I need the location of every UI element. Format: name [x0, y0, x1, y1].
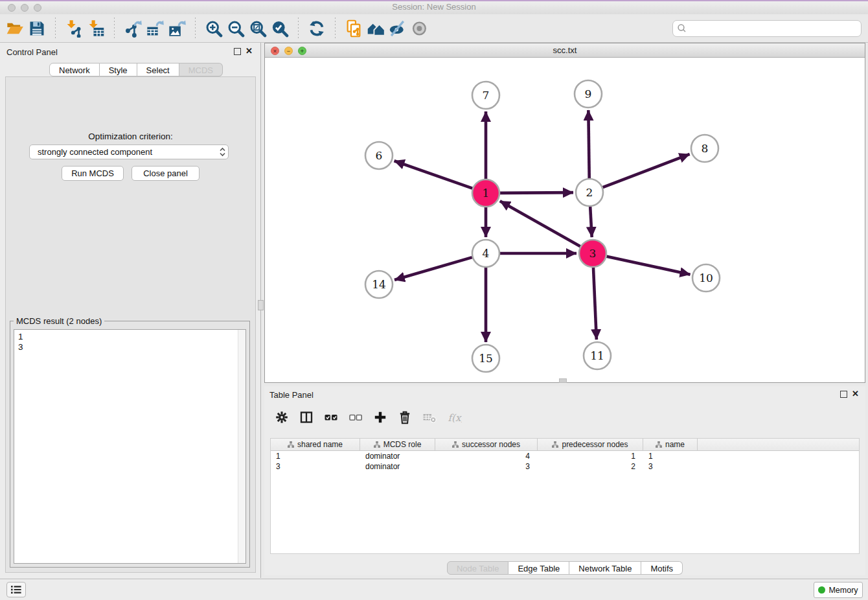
table-cell[interactable]: 3	[643, 461, 698, 472]
control-panel-title: Control Panel	[6, 47, 58, 57]
close-table-panel-icon[interactable]: ✕	[852, 389, 859, 399]
edge-4-14[interactable]	[394, 257, 472, 280]
node-2-label: 2	[586, 186, 593, 199]
table-header-row: shared nameMCDS rolesuccessor nodesprede…	[271, 439, 859, 451]
network-splitter-handle[interactable]	[559, 378, 567, 383]
close-panel-button[interactable]: Close panel	[131, 166, 200, 181]
hide-selected-icon[interactable]	[387, 17, 409, 40]
float-table-panel-icon[interactable]	[840, 391, 847, 398]
tab-network[interactable]: Network	[49, 63, 100, 76]
network-graph[interactable]: 1234678910111415	[265, 58, 865, 382]
tab-select[interactable]: Select	[137, 63, 179, 76]
refresh-network-icon[interactable]	[306, 17, 328, 40]
edge-2-8[interactable]	[603, 154, 690, 187]
toolbar-separator	[335, 17, 336, 40]
application-window: Session: New Session Control Panel ✕ Net…	[0, 0, 868, 600]
edge-3-1[interactable]	[500, 201, 580, 246]
mcds-panel: Optimization criterion: strongly connect…	[5, 76, 256, 573]
memory-button[interactable]: Memory	[814, 582, 863, 598]
table-cell[interactable]: 1	[643, 451, 698, 461]
save-session-icon[interactable]	[26, 17, 48, 40]
run-mcds-button[interactable]: Run MCDS	[62, 166, 124, 181]
edge-3-11[interactable]	[593, 268, 597, 340]
import-network-icon[interactable]	[63, 17, 85, 40]
export-network-icon[interactable]	[122, 17, 144, 40]
network-home-icon[interactable]	[365, 17, 387, 40]
close-panel-icon[interactable]: ✕	[246, 46, 253, 56]
search-input[interactable]	[687, 23, 861, 34]
tab-edge-table[interactable]: Edge Table	[508, 561, 569, 575]
column-type-icon	[452, 441, 459, 448]
zoom-in-icon[interactable]	[203, 17, 225, 40]
node-table: shared nameMCDS rolesuccessor nodesprede…	[270, 438, 860, 554]
mcds-result-area[interactable]: 1 3	[14, 329, 246, 564]
table-row[interactable]: 3dominator323	[271, 461, 859, 472]
edge-3-10[interactable]	[606, 257, 690, 275]
criterion-value: strongly connected component	[30, 147, 216, 157]
tab-style[interactable]: Style	[100, 63, 137, 76]
table-cell[interactable]: dominator	[360, 451, 435, 461]
svg-text:f(x): f(x)	[448, 412, 463, 424]
open-session-icon[interactable]	[4, 17, 26, 40]
edge-1-2[interactable]	[500, 192, 573, 193]
toolbar-separator	[55, 17, 56, 40]
float-panel-icon[interactable]	[234, 48, 241, 55]
control-panel-tabs: NetworkStyleSelectMCDS	[49, 63, 223, 76]
table-cell[interactable]: dominator	[360, 461, 435, 472]
edge-1-6[interactable]	[394, 161, 473, 188]
search-icon	[677, 23, 687, 34]
table-cell[interactable]: 1	[538, 451, 643, 461]
export-image-icon[interactable]	[166, 17, 188, 40]
mcds-result-group: MCDS result (2 nodes) 1 3	[10, 321, 250, 568]
column-header-predecessor-nodes[interactable]: predecessor nodes	[538, 439, 643, 450]
column-layout-icon[interactable]	[297, 408, 316, 427]
optimization-criterion-label: Optimization criterion:	[6, 132, 255, 141]
column-header-MCDS-role[interactable]: MCDS role	[360, 439, 435, 450]
zoom-fit-icon[interactable]	[247, 17, 269, 40]
table-cell[interactable]: 2	[538, 461, 643, 472]
table-cell[interactable]: 3	[435, 461, 538, 472]
add-column-icon[interactable]	[371, 408, 390, 427]
edge-2-9[interactable]	[588, 110, 589, 178]
tab-motifs[interactable]: Motifs	[641, 561, 683, 575]
column-type-icon	[374, 441, 380, 448]
delete-column-icon[interactable]	[395, 408, 415, 427]
memory-label: Memory	[828, 586, 858, 595]
deselect-all-icon[interactable]	[346, 408, 365, 427]
delete-table-icon[interactable]	[420, 408, 439, 427]
tab-network-table[interactable]: Network Table	[569, 561, 641, 575]
column-header-shared-name[interactable]: shared name	[271, 439, 360, 450]
function-builder-icon[interactable]: f(x)	[444, 408, 464, 427]
select-all-icon[interactable]	[321, 408, 341, 427]
column-header-name[interactable]: name	[643, 439, 698, 450]
table-row[interactable]: 1dominator411	[271, 451, 859, 461]
table-cell[interactable]: 4	[435, 451, 538, 461]
import-table-icon[interactable]	[85, 17, 107, 40]
mcds-result-title: MCDS result (2 nodes)	[14, 316, 104, 326]
left-splitter-handle[interactable]	[258, 300, 264, 310]
control-panel-header: Control Panel ✕	[0, 43, 260, 61]
task-list-icon	[10, 584, 22, 595]
edge-2-3[interactable]	[590, 207, 592, 237]
zoom-selected-icon[interactable]	[269, 17, 291, 40]
column-header-successor-nodes[interactable]: successor nodes	[435, 439, 538, 450]
network-window-titlebar[interactable]: × − + scc.txt	[265, 43, 865, 58]
show-all-icon[interactable]	[409, 17, 431, 40]
table-cell[interactable]: 3	[271, 461, 360, 472]
new-network-from-file-icon[interactable]	[343, 17, 365, 40]
criterion-dropdown[interactable]: strongly connected component	[29, 144, 229, 159]
zoom-out-icon[interactable]	[225, 17, 247, 40]
tab-mcds[interactable]: MCDS	[179, 63, 223, 76]
control-panel: Control Panel ✕ NetworkStyleSelectMCDS O…	[0, 43, 261, 578]
column-type-icon	[552, 441, 558, 448]
task-history-button[interactable]	[6, 582, 26, 597]
result-scrollbar[interactable]	[238, 330, 246, 563]
table-cell[interactable]: 1	[271, 451, 360, 461]
toolbar-separator	[114, 17, 115, 40]
table-panel-title: Table Panel	[269, 390, 314, 400]
tab-node-table[interactable]: Node Table	[447, 561, 509, 575]
table-settings-icon[interactable]	[272, 408, 291, 427]
export-table-icon[interactable]	[144, 17, 166, 40]
node-11-label: 11	[590, 349, 604, 362]
search-box[interactable]	[672, 20, 862, 37]
